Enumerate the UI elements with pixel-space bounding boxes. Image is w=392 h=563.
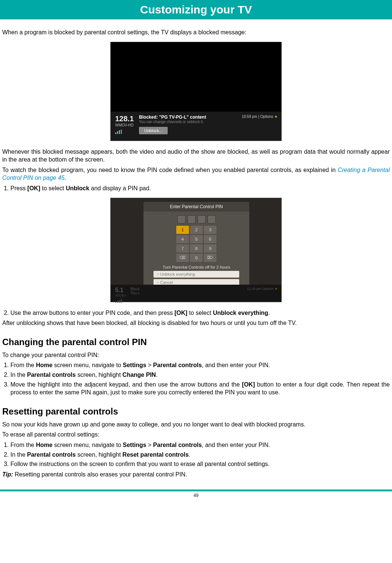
tv-screenshot-pinpad: Enter Parental Control PIN 1 2 3 4 5 6 7…: [110, 198, 282, 302]
blocked-message: Blocked: "PG TV-PG-L" content You can ch…: [139, 115, 206, 134]
step-2: Use the arrow buttons to enter your PIN …: [10, 309, 390, 317]
signal-icon: [115, 129, 134, 134]
clock-options-dim: 11:10 pm Options★: [247, 287, 278, 291]
intro-p2: Whenever this blocked message appears, b…: [2, 148, 390, 164]
key-5[interactable]: 5: [190, 235, 203, 243]
channel-number: 5.1: [115, 287, 126, 294]
key-2[interactable]: 2: [190, 226, 203, 234]
unblock-steps-cont: Use the arrow buttons to enter your PIN …: [2, 309, 390, 317]
heading-changing-pin: Changing the parental control PIN: [2, 337, 390, 347]
figure-pin-pad: Enter Parental Control PIN 1 2 3 4 5 6 7…: [2, 198, 390, 302]
changing-intro: To change your parental control PIN:: [2, 351, 390, 359]
key-3[interactable]: 3: [204, 226, 216, 234]
channel-info: 5.1 ATOS-I: [115, 287, 126, 303]
step-1: Press [OK] to select Unblock and display…: [10, 184, 390, 193]
tip-line: Tip: Resetting parental controls also er…: [2, 470, 390, 479]
unblock-button[interactable]: Unblock...: [139, 127, 168, 134]
channel-callsign: ATOS-I: [115, 294, 126, 297]
intro-p3: To watch the blocked program, you need t…: [2, 166, 390, 182]
option-unblock-everything[interactable]: ○ Unblock everything: [154, 271, 239, 278]
clock-options: 10:59 pm | Options★: [242, 115, 278, 119]
tip-label: Tip:: [2, 471, 13, 478]
resetting-steps: From the Home screen menu, navigate to S…: [2, 441, 390, 468]
key-7[interactable]: 7: [176, 244, 189, 253]
resetting-step-3: Follow the instructions on the screen to…: [10, 460, 390, 468]
after-unblock: After unblocking shows that have been bl…: [2, 319, 390, 327]
key-del[interactable]: ⌦: [204, 254, 216, 262]
keypad: 1 2 3 4 5 6 7 8 9 ⌫ 0 ⌦: [176, 226, 216, 262]
channel-info: 128.1 WMOV-HD: [115, 115, 134, 134]
pin-dialog-title: Enter Parental Control PIN: [143, 202, 249, 212]
intro-p1: When a program is blocked by parental co…: [2, 28, 390, 37]
key-9[interactable]: 9: [204, 244, 216, 253]
heading-resetting: Resetting parental controls: [2, 406, 390, 417]
unblock-steps: Press [OK] to select Unblock and display…: [2, 184, 390, 193]
info-bar: 128.1 WMOV-HD Blocked: "PG TV-PG-L" cont…: [111, 112, 281, 141]
blocked-title: Blocked: "PG TV-PG-L" content: [139, 115, 206, 120]
page-number: 49: [0, 493, 392, 498]
key-6[interactable]: 6: [204, 235, 216, 243]
resetting-p2: To erase all parental control settings:: [2, 431, 390, 439]
changing-step-1: From the Home screen menu, navigate to S…: [10, 361, 390, 369]
info-bar-dim: 5.1 ATOS-I Block You c 11:10 pm Options★: [111, 285, 281, 302]
pin-entry-boxes: [177, 215, 216, 223]
key-1[interactable]: 1: [176, 226, 189, 234]
key-back[interactable]: ⌫: [176, 254, 189, 262]
changing-step-3: Move the highlight into the adjacent key…: [10, 381, 390, 397]
blocked-subtitle: You can change channels or unblock it.: [139, 120, 206, 124]
channel-callsign: WMOV-HD: [115, 123, 134, 127]
pin-backdrop: Enter Parental Control PIN 1 2 3 4 5 6 7…: [111, 198, 281, 285]
key-0[interactable]: 0: [190, 254, 203, 262]
page-banner: Customizing your TV: [0, 0, 392, 19]
key-4[interactable]: 4: [176, 235, 189, 243]
dim-message: Block You c: [130, 287, 140, 295]
blocked-video-area: [111, 42, 281, 112]
changing-step-2: In the Parental controls screen, highlig…: [10, 371, 390, 379]
pin-caption: Turn Parental Controls off for 2 hours: [163, 265, 230, 269]
resetting-step-1: From the Home screen menu, navigate to S…: [10, 441, 390, 449]
signal-icon: [115, 299, 126, 303]
figure-blocked-message: 128.1 WMOV-HD Blocked: "PG TV-PG-L" cont…: [2, 42, 390, 141]
options-star-icon: ★: [275, 287, 278, 291]
key-8[interactable]: 8: [190, 244, 203, 253]
footer-bar: [0, 490, 392, 491]
resetting-step-2: In the Parental controls screen, highlig…: [10, 451, 390, 459]
resetting-p1: So now your kids have grown up and gone …: [2, 420, 390, 429]
banner-title: Customizing your TV: [140, 3, 252, 16]
options-star-icon: ★: [274, 115, 278, 119]
pin-dialog: Enter Parental Control PIN 1 2 3 4 5 6 7…: [143, 202, 249, 290]
changing-steps: From the Home screen menu, navigate to S…: [2, 361, 390, 396]
channel-number: 128.1: [115, 115, 134, 123]
clock-text: 10:59 pm | Options: [242, 115, 273, 119]
tv-screenshot-blocked: 128.1 WMOV-HD Blocked: "PG TV-PG-L" cont…: [110, 42, 282, 141]
